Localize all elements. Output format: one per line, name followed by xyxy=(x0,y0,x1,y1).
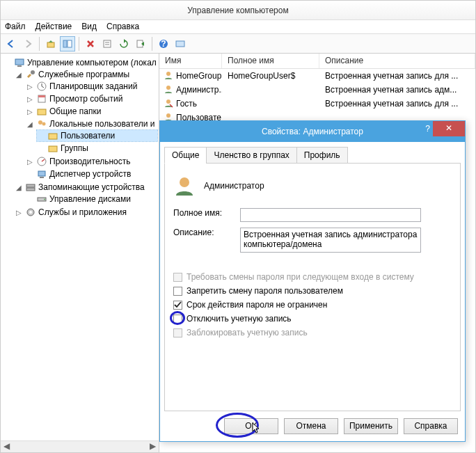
dialog-titlebar[interactable]: Свойства: Администратор ? ✕ xyxy=(160,121,465,142)
dialog-tabs: Общие Членство в группах Профиль xyxy=(164,146,461,164)
user-icon xyxy=(164,70,173,82)
menu-action[interactable]: Действие xyxy=(35,22,72,32)
dialog-title: Свойства: Администратор xyxy=(262,127,363,136)
svg-rect-10 xyxy=(15,59,24,65)
chk-must-change xyxy=(173,273,182,282)
col-fullname[interactable]: Полное имя xyxy=(222,54,319,68)
username-label: Администратор xyxy=(204,181,264,191)
svg-rect-15 xyxy=(38,95,45,97)
tree-storage[interactable]: ◢Запоминающие устройства xyxy=(15,182,157,193)
tree-disk-management[interactable]: Управление дисками xyxy=(26,193,157,205)
chk-never-expire[interactable] xyxy=(173,301,182,310)
tab-general[interactable]: Общие xyxy=(164,147,207,164)
tools-icon xyxy=(25,69,36,80)
chk-disable-row[interactable]: Отключить учетную запись xyxy=(173,314,452,324)
tree-root[interactable]: Управление компьютером (локал xyxy=(3,57,157,68)
disk-icon xyxy=(36,193,47,205)
chk-locked-row: Заблокировать учетную запись xyxy=(173,328,452,337)
menu-file[interactable]: Файл xyxy=(5,22,26,32)
tree-device-manager[interactable]: Диспетчер устройств xyxy=(26,168,157,180)
chk-no-change-row[interactable]: Запретить смену пароля пользователем xyxy=(173,286,452,296)
tree-local-users[interactable]: ◢Локальные пользователи и xyxy=(26,118,157,129)
folder-icon xyxy=(47,143,58,154)
tree-groups[interactable]: Группы xyxy=(37,143,157,154)
menu-help[interactable]: Справка xyxy=(106,22,139,32)
tree-shared-folders[interactable]: ▷Общие папки xyxy=(26,106,157,117)
list-item[interactable]: ГостьВстроенная учетная запись для ... xyxy=(159,97,475,111)
svg-rect-1 xyxy=(63,40,67,47)
show-hide-tree-button[interactable] xyxy=(60,36,75,51)
export-button[interactable] xyxy=(133,36,148,51)
tab-general-page: Администратор Полное имя: Описание: Треб… xyxy=(164,164,461,411)
col-description[interactable]: Описание xyxy=(319,54,475,68)
tree-event-viewer[interactable]: ▷Просмотр событий xyxy=(26,93,157,104)
cursor-icon xyxy=(252,422,262,437)
chk-disable-account[interactable] xyxy=(173,315,182,324)
svg-point-30 xyxy=(166,86,170,90)
svg-point-28 xyxy=(29,211,32,214)
storage-icon xyxy=(25,182,36,193)
svg-rect-2 xyxy=(68,40,72,47)
col-name[interactable]: Имя xyxy=(159,54,222,68)
user-large-icon xyxy=(173,175,196,197)
svg-rect-19 xyxy=(49,134,57,139)
user-icon xyxy=(164,84,173,96)
svg-point-29 xyxy=(166,72,170,76)
tree-services-group[interactable]: ◢Служебные программы xyxy=(15,69,157,80)
refresh-button[interactable] xyxy=(116,36,132,51)
view-button[interactable] xyxy=(173,36,188,51)
svg-rect-11 xyxy=(17,65,22,67)
list-body: HomeGroup...HomeGroupUser$Встроенная уче… xyxy=(159,69,475,125)
dialog-help-button[interactable]: ? xyxy=(425,124,430,134)
menubar: Файл Действие Вид Справка xyxy=(1,20,475,34)
svg-rect-9 xyxy=(176,41,184,47)
fullname-label: Полное имя: xyxy=(173,208,240,218)
device-icon xyxy=(36,168,47,180)
toolbar: ? xyxy=(1,34,475,54)
tree-users[interactable]: Пользователи xyxy=(37,130,157,141)
svg-point-18 xyxy=(42,122,46,126)
services-icon xyxy=(25,207,36,218)
delete-button[interactable] xyxy=(83,36,98,51)
help-button[interactable]: Справка xyxy=(404,418,458,434)
dialog-footer: OK Отмена Применить Справка xyxy=(224,418,458,434)
dialog-close-button[interactable]: ✕ xyxy=(433,121,465,136)
forward-button[interactable] xyxy=(20,36,35,51)
svg-text:?: ? xyxy=(161,39,166,49)
svg-point-12 xyxy=(31,70,35,74)
folder-icon xyxy=(36,106,47,117)
fullname-field[interactable] xyxy=(240,208,421,222)
svg-rect-16 xyxy=(38,109,46,115)
tab-profile[interactable]: Профиль xyxy=(296,147,348,164)
folder-icon xyxy=(47,130,58,141)
svg-rect-3 xyxy=(104,40,111,47)
users-icon xyxy=(36,118,47,129)
tree-task-scheduler[interactable]: ▷Планировщик заданий xyxy=(26,81,157,92)
menu-view[interactable]: Вид xyxy=(81,22,97,32)
properties-button[interactable] xyxy=(100,36,115,51)
description-field[interactable] xyxy=(240,228,421,253)
tab-member-of[interactable]: Членство в группах xyxy=(206,147,296,164)
tree-scrollbar[interactable]: ◀▶ xyxy=(1,440,159,452)
cancel-button[interactable]: Отмена xyxy=(284,418,338,434)
tree-services-apps[interactable]: ▷Службы и приложения xyxy=(15,207,157,218)
svg-rect-20 xyxy=(49,146,57,152)
properties-dialog: Свойства: Администратор ? ✕ Общие Членст… xyxy=(159,120,466,442)
list-item[interactable]: HomeGroup...HomeGroupUser$Встроенная уче… xyxy=(159,69,475,83)
chk-no-change[interactable] xyxy=(173,287,182,296)
svg-point-32 xyxy=(166,113,170,118)
help-button[interactable]: ? xyxy=(156,36,171,51)
user-disabled-icon xyxy=(164,98,173,110)
perf-icon xyxy=(36,156,47,167)
tree-performance[interactable]: ▷Производительность xyxy=(26,156,157,167)
svg-point-17 xyxy=(38,120,42,125)
up-button[interactable] xyxy=(43,36,58,51)
back-button[interactable] xyxy=(3,36,19,51)
main-panel: Имя Полное имя Описание HomeGroup...Home… xyxy=(159,54,475,452)
apply-button[interactable]: Применить xyxy=(344,418,398,434)
svg-point-33 xyxy=(180,177,189,187)
svg-rect-22 xyxy=(38,171,45,176)
ok-button[interactable]: OK xyxy=(224,418,278,434)
list-item[interactable]: Администр...Встроенная учетная запись ад… xyxy=(159,83,475,97)
chk-never-expire-row[interactable]: Срок действия пароля не ограничен xyxy=(173,300,452,310)
